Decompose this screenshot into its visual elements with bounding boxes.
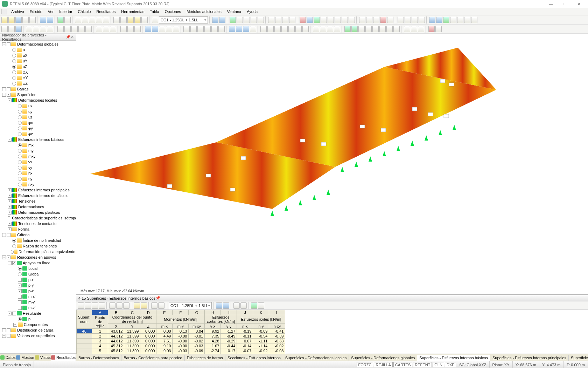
tool2-u[interactable]	[159, 26, 165, 32]
tool-v2[interactable]	[405, 17, 411, 23]
minimize-button[interactable]: —	[544, 0, 558, 8]
status-btn-cartes[interactable]: CARTES	[393, 362, 412, 367]
tool2-b[interactable]	[8, 26, 15, 32]
tool-a5[interactable]	[103, 17, 109, 23]
tool2-aa[interactable]	[204, 26, 211, 32]
tool2-e[interactable]	[33, 26, 39, 32]
system-menu-icon[interactable]	[1, 9, 7, 14]
tool-a4[interactable]	[96, 17, 102, 23]
ttool-17[interactable]	[258, 302, 264, 309]
tool-open[interactable]	[8, 17, 15, 23]
tool-w3[interactable]	[443, 17, 449, 23]
ttool-14[interactable]	[233, 302, 240, 309]
tree-node[interactable]: Global	[1, 271, 75, 277]
status-btn-dxf[interactable]: DXF	[445, 362, 456, 367]
tree-node[interactable]: Razón de tensiones	[1, 243, 75, 249]
tool2-az[interactable]	[393, 26, 400, 32]
tree-node[interactable]: φZ	[1, 81, 75, 86]
menu-insertar[interactable]: Insertar	[56, 9, 75, 14]
tool2-bd[interactable]	[428, 26, 435, 32]
ttool-3[interactable]	[92, 302, 98, 309]
tree-node[interactable]: -Deformaciones locales	[1, 97, 75, 103]
table-tab[interactable]: Superficies - Deformaciones locales	[283, 355, 349, 361]
tool-t2[interactable]	[307, 17, 313, 23]
tree-node[interactable]: +Distribución de carga	[1, 327, 75, 333]
tree-node[interactable]: -Deformaciones globales	[1, 41, 75, 47]
tool2-af[interactable]	[243, 26, 249, 32]
menu-ayuda[interactable]: Ayuda	[244, 9, 260, 14]
tool2-z[interactable]	[197, 26, 204, 32]
tool-v1[interactable]	[398, 17, 404, 23]
tree-node[interactable]: m-z'	[1, 305, 75, 311]
tool-check[interactable]	[64, 17, 71, 23]
tree-node[interactable]: vx	[1, 159, 75, 165]
tree-node[interactable]: Local	[1, 266, 75, 271]
tree-node[interactable]: ✓p-z'	[1, 288, 75, 294]
tree-node[interactable]: +Esfuerzos internos principales	[1, 187, 75, 193]
tool2-j[interactable]	[71, 26, 78, 32]
tree-node[interactable]: nxy	[1, 182, 75, 187]
tool-redo[interactable]	[47, 17, 53, 23]
tool-view-3[interactable]	[127, 17, 134, 23]
ttool-2[interactable]	[85, 302, 91, 309]
tree-node[interactable]: m-y'	[1, 299, 75, 305]
tool2-y[interactable]	[190, 26, 197, 32]
tool-v3[interactable]	[412, 17, 418, 23]
tool2-m[interactable]	[96, 26, 102, 32]
tool2-ah[interactable]	[260, 26, 267, 32]
tool-render-icon[interactable]	[152, 17, 158, 23]
tool2-bb[interactable]	[411, 26, 417, 32]
tree-node[interactable]: uy	[1, 109, 75, 114]
tree-node[interactable]: uZ	[1, 64, 75, 69]
tool-s2[interactable]	[275, 17, 281, 23]
tree-node[interactable]: ny	[1, 176, 75, 182]
tool-calc[interactable]	[57, 17, 64, 23]
tree-node[interactable]: p-x'	[1, 277, 75, 282]
table-tab[interactable]: Barras - Deformaciones	[76, 355, 121, 361]
tool-a1[interactable]	[75, 17, 81, 23]
menu-ver[interactable]: Ver	[45, 9, 57, 14]
loadcase-combo[interactable]: CO1 - 1.25DL + 1.5LL	[159, 16, 208, 23]
nav-tab-datos[interactable]: Datos	[0, 354, 16, 361]
tool-a3[interactable]	[89, 17, 95, 23]
tool2-l[interactable]	[85, 26, 92, 32]
menu-edicion[interactable]: Edición	[27, 9, 45, 14]
tool2-a[interactable]	[1, 26, 8, 32]
tree-node[interactable]: +Características de superficies isótropa…	[1, 215, 75, 221]
tool2-aw[interactable]	[372, 26, 379, 32]
ttool-excel[interactable]	[251, 302, 257, 309]
tool-w4[interactable]	[450, 17, 456, 23]
tool2-ai[interactable]	[267, 26, 274, 32]
tree-node[interactable]: my	[1, 148, 75, 154]
tool2-s[interactable]	[145, 26, 151, 32]
status-btn-gln[interactable]: GLN	[433, 362, 444, 367]
tool-s4[interactable]	[289, 17, 295, 23]
tree-node[interactable]: φY	[1, 75, 75, 81]
ttool-5[interactable]	[109, 302, 115, 309]
table-tab[interactable]: Esbelteces de barras	[185, 355, 225, 361]
tree-node[interactable]: u	[1, 47, 75, 53]
tool-new[interactable]	[1, 17, 8, 23]
results-grid[interactable]: Superf.núm.ABCDEFGHIJKLPuntode rejillaCo…	[76, 310, 285, 354]
tree-node[interactable]: vy	[1, 165, 75, 170]
menu-calculo[interactable]: Cálculo	[75, 9, 94, 14]
tool-u2[interactable]	[366, 17, 372, 23]
menu-herramientas[interactable]: Herramientas	[118, 9, 147, 14]
tool2-aq[interactable]	[327, 26, 333, 32]
tool2-be[interactable]	[435, 26, 442, 32]
tree-node[interactable]: +Barras	[1, 86, 75, 92]
tool2-an[interactable]	[302, 26, 309, 32]
tool2-ae[interactable]	[236, 26, 242, 32]
3d-viewport[interactable]: Máx.m-x: 17.17, Mín. m-x: -92.64 kNm/m P…	[76, 34, 588, 294]
tree-node[interactable]: uz	[1, 114, 75, 120]
table-tab[interactable]: Secciones - Esfuerzos internos	[225, 355, 283, 361]
ttool-15[interactable]	[240, 302, 247, 309]
menu-ventana[interactable]: Ventana	[224, 9, 244, 14]
menu-resultados[interactable]: Resultados	[93, 9, 118, 14]
tool2-au[interactable]	[358, 26, 365, 32]
ttool-11[interactable]	[158, 302, 164, 309]
tool2-ay[interactable]	[386, 26, 393, 32]
tool-next[interactable]	[219, 17, 225, 23]
tool-u3[interactable]	[373, 17, 379, 23]
tool-t5[interactable]	[328, 17, 334, 23]
